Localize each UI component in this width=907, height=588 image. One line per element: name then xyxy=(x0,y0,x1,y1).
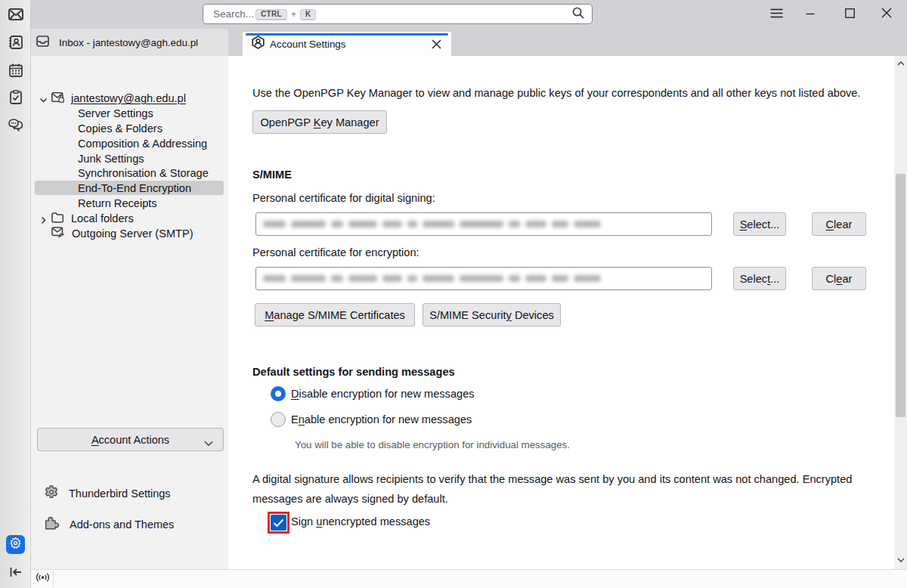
online-status-button[interactable] xyxy=(33,570,54,588)
radio-signal-icon xyxy=(36,572,50,586)
clear-signing-cert-button[interactable]: Clear xyxy=(812,212,866,236)
minimize-icon xyxy=(806,8,815,21)
account-mail-lock-icon xyxy=(51,92,64,105)
maximize-icon xyxy=(845,8,855,21)
account-settings-sidebar: jantestowy@agh.edu.pl Server Settings Co… xyxy=(31,56,228,569)
title-bar: CTRL + K xyxy=(31,0,907,29)
address-book-icon xyxy=(8,36,23,49)
tasks-space-button[interactable] xyxy=(0,86,31,107)
thunderbird-settings-label: Thunderbird Settings xyxy=(69,487,171,500)
chat-icon xyxy=(8,117,23,132)
calendar-space-button[interactable] xyxy=(0,60,31,81)
close-window-button[interactable] xyxy=(870,0,903,29)
mail-icon xyxy=(8,8,23,20)
enable-note: You will be able to disable encryption f… xyxy=(295,439,570,450)
tasks-icon xyxy=(10,90,22,104)
sidebar-account-email[interactable]: jantestowy@agh.edu.pl xyxy=(71,92,186,104)
redacted-value xyxy=(263,221,606,227)
encryption-cert-label: Personal certificate for encryption: xyxy=(252,246,419,258)
smime-security-devices-button[interactable]: S/MIME Security Devices xyxy=(423,303,561,326)
signature-paragraph: A digital signature allows recipients to… xyxy=(252,469,880,509)
shortcut-key-k: K xyxy=(300,9,317,20)
vertical-scrollbar[interactable] xyxy=(894,56,907,569)
sidebar-item-synchronisation-storage[interactable]: Synchronisation & Storage xyxy=(78,166,209,181)
sign-unencrypted-checkbox[interactable] xyxy=(271,515,286,531)
end-to-end-encryption-panel: Use the OpenPGP Key Manager to view and … xyxy=(228,56,894,569)
search-input[interactable] xyxy=(213,8,255,20)
manage-smime-certificates-button[interactable]: Manage S/MIME Certificates xyxy=(255,303,415,326)
collapse-left-icon xyxy=(10,567,22,580)
global-search[interactable]: CTRL + K xyxy=(203,4,593,24)
sidebar-outgoing-server[interactable]: Outgoing Server (SMTP) xyxy=(51,226,193,241)
spaces-toolbar xyxy=(0,0,31,588)
account-actions-button[interactable]: Account Actions xyxy=(37,428,224,451)
select-encryption-cert-button[interactable]: Select... xyxy=(733,267,786,290)
mail-space-button[interactable] xyxy=(0,4,31,25)
scroll-down-icon[interactable] xyxy=(894,554,907,566)
signing-cert-label: Personal certificate for digital signing… xyxy=(252,192,435,204)
folder-icon xyxy=(51,212,63,225)
tab-account-label: Account Settings xyxy=(270,39,346,50)
radio-selected-icon xyxy=(271,386,286,401)
account-settings-tab-icon xyxy=(252,36,265,52)
inbox-tab-icon xyxy=(36,36,49,50)
sidebar-outgoing-server-label: Outgoing Server (SMTP) xyxy=(72,227,193,240)
puzzle-icon xyxy=(45,516,59,532)
shortcut-plus: + xyxy=(291,9,296,20)
signing-cert-input[interactable] xyxy=(255,212,712,236)
sidebar-local-folders-label: Local folders xyxy=(71,212,134,224)
chevron-down-icon xyxy=(204,437,213,449)
addons-themes-link[interactable]: Add-ons and Themes xyxy=(45,516,174,532)
collapse-spaces-button[interactable] xyxy=(8,565,23,581)
tab-inbox-label: Inbox - jantestowy@agh.edu.pl xyxy=(59,37,198,48)
sidebar-item-end-to-end-encryption[interactable]: End-To-End Encryption xyxy=(78,181,191,196)
addons-themes-label: Add-ons and Themes xyxy=(70,518,174,531)
default-settings-heading: Default settings for sending messages xyxy=(252,366,455,378)
scroll-up-icon[interactable] xyxy=(894,57,907,70)
gear-icon xyxy=(10,537,21,552)
sidebar-item-return-receipts[interactable]: Return Receipts xyxy=(78,196,157,211)
minimize-button[interactable] xyxy=(795,0,825,29)
openpgp-key-manager-button[interactable]: OpenPGP Key Manager xyxy=(252,110,387,134)
tab-account-settings[interactable]: Account Settings xyxy=(243,32,451,56)
sidebar-item-composition-addressing[interactable]: Composition & Addressing xyxy=(78,136,207,151)
hamburger-menu-icon xyxy=(770,8,783,21)
sign-checkbox-highlight xyxy=(268,512,289,534)
sign-checkbox-label[interactable]: Sign unencrypted messages xyxy=(291,515,430,528)
select-signing-cert-button[interactable]: Select... xyxy=(733,212,786,236)
sidebar-item-server-settings[interactable]: Server Settings xyxy=(78,106,153,121)
close-icon xyxy=(881,8,892,21)
sidebar-item-copies-folders[interactable]: Copies & Folders xyxy=(78,121,163,136)
radio-unselected-icon xyxy=(271,412,286,427)
app-menu-button[interactable] xyxy=(761,0,791,29)
outgoing-server-icon xyxy=(51,227,64,240)
settings-space-button[interactable] xyxy=(6,535,25,554)
clear-encryption-cert-button[interactable]: Clear xyxy=(812,267,866,290)
openpgp-paragraph: Use the OpenPGP Key Manager to view and … xyxy=(252,83,880,103)
chevron-down-icon[interactable] xyxy=(39,94,48,103)
search-icon xyxy=(572,7,584,22)
sidebar-account-root[interactable]: jantestowy@agh.edu.pl xyxy=(39,91,186,106)
address-book-space-button[interactable] xyxy=(0,32,31,53)
redacted-value xyxy=(263,275,606,282)
chevron-right-icon[interactable] xyxy=(39,215,48,223)
tab-bar: Inbox - jantestowy@agh.edu.pl Account Se… xyxy=(31,29,907,56)
maximize-button[interactable] xyxy=(834,0,865,29)
enable-encryption-radio[interactable]: Enable encryption for new messages xyxy=(271,412,472,427)
sidebar-local-folders[interactable]: Local folders xyxy=(39,211,134,226)
active-tab-accent xyxy=(246,33,448,36)
shortcut-key-ctrl: CTRL xyxy=(255,9,287,20)
smime-heading: S/MIME xyxy=(252,169,292,181)
gear-icon xyxy=(45,485,58,501)
scrollbar-thumb[interactable] xyxy=(896,174,905,417)
tab-inbox[interactable]: Inbox - jantestowy@agh.edu.pl xyxy=(31,29,228,56)
close-tab-button[interactable] xyxy=(429,36,444,51)
chat-space-button[interactable] xyxy=(0,113,31,135)
encryption-cert-input[interactable] xyxy=(255,267,712,290)
status-bar xyxy=(31,569,907,588)
disable-encryption-radio[interactable]: Disable encryption for new messages xyxy=(271,386,475,401)
thunderbird-settings-link[interactable]: Thunderbird Settings xyxy=(45,485,171,501)
sidebar-item-junk-settings[interactable]: Junk Settings xyxy=(78,151,144,166)
calendar-icon xyxy=(9,63,23,77)
